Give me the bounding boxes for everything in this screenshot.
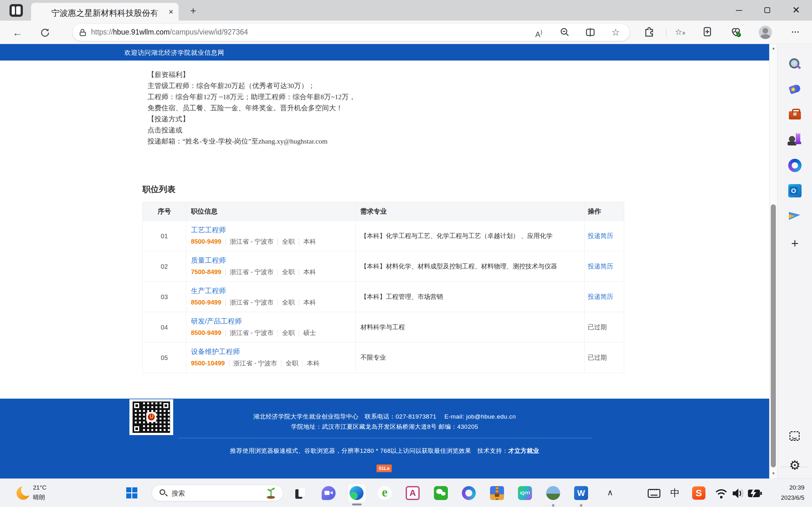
window-close-button[interactable]: ✕ bbox=[784, 0, 808, 20]
header-no: 序号 bbox=[143, 202, 186, 221]
browser-tab-bar: 宁波惠之星新材料科技股份有限公 × + ✕ bbox=[0, 0, 812, 20]
task-view-icon[interactable] bbox=[293, 486, 307, 500]
sidebar-send-icon[interactable] bbox=[788, 210, 802, 223]
word-app-icon[interactable]: W bbox=[574, 486, 588, 500]
job-degree: 本科 bbox=[303, 298, 316, 307]
site-footer: 湖北经济学院大学生就业创业指导中心 联系电话：027-81973871 E-ma… bbox=[0, 399, 769, 478]
browser-tab[interactable]: 宁波惠之星新材料科技股份有限公 × bbox=[31, 3, 179, 20]
sidebar-settings-gear-icon[interactable]: ⚙ bbox=[788, 458, 802, 472]
zoom-out-button[interactable] bbox=[559, 27, 571, 38]
access-app-icon[interactable]: A bbox=[406, 486, 420, 500]
back-button[interactable]: ← bbox=[10, 26, 24, 40]
read-aloud-button[interactable]: A⟩ bbox=[532, 27, 545, 38]
weather-widget[interactable]: 21°C 晴朗 bbox=[33, 483, 46, 502]
sidebar-web-capture-icon[interactable] bbox=[788, 430, 802, 443]
taskbar-search-box[interactable]: 搜索 bbox=[152, 485, 283, 501]
row-no: 03 bbox=[143, 282, 186, 312]
zip-tool-icon[interactable] bbox=[490, 486, 504, 500]
intro-line[interactable]: 点击投递或 bbox=[148, 124, 356, 135]
close-icon: ✕ bbox=[791, 4, 801, 16]
sidebar-microsoft365-icon[interactable] bbox=[788, 159, 802, 172]
sidebar-search-icon[interactable] bbox=[788, 57, 802, 71]
job-title-link[interactable]: 生产工程师 bbox=[191, 286, 226, 296]
apply-link[interactable]: 投递简历 bbox=[588, 292, 613, 301]
heart-pulse-icon bbox=[729, 25, 743, 39]
address-bar[interactable]: https://hbue.91wllm.com/campus/view/id/9… bbox=[72, 24, 629, 41]
wifi-icon[interactable] bbox=[714, 487, 728, 500]
intro-line: 投递邮箱：“姓名-专业-学校-岗位”至zhang.xy@hughstar.com bbox=[148, 135, 356, 147]
taskbar-clock[interactable]: 20:39 2023/6/5 bbox=[761, 483, 804, 503]
taskbar-overflow-chevron-icon[interactable]: ∧ bbox=[607, 488, 613, 498]
scroll-up-icon[interactable]: ▲ bbox=[769, 46, 777, 50]
sogou-input-icon[interactable]: S bbox=[692, 487, 705, 500]
iqiyi-icon[interactable]: iQIYI bbox=[518, 486, 532, 500]
table-row: 01 工艺工程师 8500-9499 浙江省 - 宁波市 全职 本科 【本科】化… bbox=[143, 221, 624, 251]
apply-link[interactable]: 投递简历 bbox=[588, 262, 613, 271]
row-no: 01 bbox=[143, 221, 186, 251]
search-icon bbox=[159, 489, 165, 495]
settings-more-button[interactable]: ··· bbox=[789, 25, 803, 39]
header-job-info: 职位信息 bbox=[186, 202, 355, 221]
intro-line: 【投递方式】 bbox=[148, 113, 356, 124]
search-plant-icon bbox=[265, 488, 276, 499]
job-title-link[interactable]: 研发/产品工程师 bbox=[191, 317, 242, 326]
weather-moon-icon[interactable] bbox=[16, 487, 30, 500]
job-title-link[interactable]: 设备维护工程师 bbox=[191, 347, 240, 356]
refresh-button[interactable] bbox=[38, 26, 52, 40]
loop-app-icon[interactable] bbox=[462, 486, 476, 500]
photos-app-icon[interactable] bbox=[546, 486, 560, 500]
toolbar-divider bbox=[666, 27, 666, 37]
intro-line: 免费住宿、员工餐、五险一金、年终奖金。晋升机会多空间大！ bbox=[148, 102, 356, 113]
tech-support-link[interactable]: 才立方就业 bbox=[508, 447, 539, 454]
edge-browser-icon[interactable] bbox=[350, 486, 363, 500]
sidebar-add-icon[interactable]: + bbox=[788, 237, 802, 250]
tab-close-icon[interactable]: × bbox=[166, 7, 176, 17]
window-maximize-button[interactable] bbox=[756, 0, 780, 20]
jobs-section-title: 职位列表 bbox=[142, 184, 175, 195]
minimize-icon bbox=[736, 10, 742, 11]
sidebar-outlook-icon[interactable] bbox=[788, 184, 802, 198]
add-favorite-star-icon[interactable]: ☆ bbox=[609, 27, 622, 38]
job-title-link[interactable]: 质量工程师 bbox=[191, 256, 226, 265]
extensions-button[interactable] bbox=[642, 25, 656, 39]
tab-workspaces-icon[interactable] bbox=[9, 4, 23, 17]
new-tab-button[interactable]: + bbox=[188, 6, 199, 16]
browser-360-icon[interactable]: e bbox=[378, 486, 392, 500]
battery-charging-icon[interactable] bbox=[747, 488, 763, 499]
job-type: 全职 bbox=[282, 268, 295, 276]
sidebar-shopping-icon[interactable] bbox=[788, 83, 802, 96]
site-welcome-bar: 欢迎访问湖北经济学院就业信息网 bbox=[0, 44, 769, 60]
url-path: /campus/view/id/927364 bbox=[170, 28, 248, 36]
wechat-icon[interactable] bbox=[434, 486, 448, 500]
browser-essentials-button[interactable]: ✓ bbox=[729, 25, 743, 39]
start-button[interactable] bbox=[126, 487, 138, 499]
lock-icon[interactable] bbox=[80, 29, 86, 37]
extensions-puzzle-icon bbox=[642, 25, 656, 39]
favorites-button[interactable]: ☆≡ bbox=[673, 25, 687, 39]
photos-running-indicator bbox=[552, 504, 554, 507]
video-chat-app-icon[interactable] bbox=[322, 486, 336, 500]
url-text[interactable]: https://hbue.91wllm.com/campus/view/id/9… bbox=[91, 28, 248, 37]
profile-avatar[interactable] bbox=[759, 26, 772, 39]
touch-keyboard-icon[interactable] bbox=[648, 489, 660, 498]
51la-badge[interactable]: 51La bbox=[376, 464, 392, 472]
split-screen-button[interactable] bbox=[584, 27, 597, 38]
footer-address-line: 学院地址：武汉市江夏区藏龙岛开发区杨桥湖大道8号 邮编：430205 bbox=[0, 423, 769, 431]
page-content: 【薪资福利】 主管级工程师：综合年薪20万起（优秀者可达30万）； 工程师：综合… bbox=[0, 60, 769, 399]
window-minimize-button[interactable] bbox=[727, 0, 751, 20]
ime-indicator[interactable]: 中 bbox=[669, 487, 681, 499]
page-scrollbar[interactable]: ▲ ▼ bbox=[769, 44, 777, 478]
url-scheme: https:// bbox=[91, 28, 113, 36]
edge-sidebar: + ⚙ bbox=[777, 44, 812, 478]
footer-recommend-text: 推荐使用浏览器极速模式、谷歌浏览器，分辨率1280 * 768以上访问以获取最佳… bbox=[230, 447, 508, 454]
sidebar-games-icon[interactable] bbox=[788, 133, 802, 147]
sidebar-tools-icon[interactable] bbox=[788, 108, 802, 121]
job-title-link[interactable]: 工艺工程师 bbox=[191, 225, 226, 235]
collections-button[interactable] bbox=[700, 25, 714, 39]
scrollbar-thumb[interactable] bbox=[771, 205, 776, 467]
job-type: 全职 bbox=[286, 359, 298, 368]
taskbar: 21°C 晴朗 搜索 e A iQIYI W ∧ 中 S bbox=[0, 478, 812, 507]
apply-link[interactable]: 投递简历 bbox=[588, 232, 613, 240]
scroll-down-icon[interactable]: ▼ bbox=[769, 471, 777, 475]
volume-icon[interactable] bbox=[731, 487, 745, 500]
